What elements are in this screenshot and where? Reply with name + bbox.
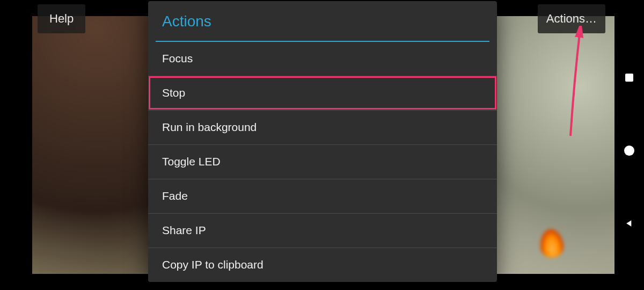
actions-button[interactable]: Actions… bbox=[538, 4, 605, 33]
recent-apps-icon[interactable] bbox=[622, 70, 637, 85]
actions-menu-item-toggle-led[interactable]: Toggle LED bbox=[148, 144, 497, 179]
android-nav-bar bbox=[614, 0, 644, 290]
actions-menu-item-run-in-background[interactable]: Run in background bbox=[148, 110, 497, 144]
actions-menu-item-share-ip[interactable]: Share IP bbox=[148, 213, 497, 248]
flame-decoration bbox=[538, 228, 565, 259]
actions-menu-list: FocusStopRun in backgroundToggle LEDFade… bbox=[148, 42, 497, 282]
home-icon[interactable] bbox=[622, 143, 637, 158]
actions-menu-item-focus[interactable]: Focus bbox=[148, 42, 497, 76]
actions-menu-title: Actions bbox=[148, 1, 497, 41]
actions-menu-item-copy-ip-to-clipboard[interactable]: Copy IP to clipboard bbox=[148, 248, 497, 282]
actions-menu-item-fade[interactable]: Fade bbox=[148, 179, 497, 213]
actions-menu: Actions FocusStopRun in backgroundToggle… bbox=[148, 1, 497, 282]
back-icon[interactable] bbox=[622, 216, 637, 231]
actions-menu-item-stop[interactable]: Stop bbox=[148, 76, 497, 110]
letterbox-left bbox=[0, 0, 32, 290]
help-button[interactable]: Help bbox=[38, 4, 85, 33]
